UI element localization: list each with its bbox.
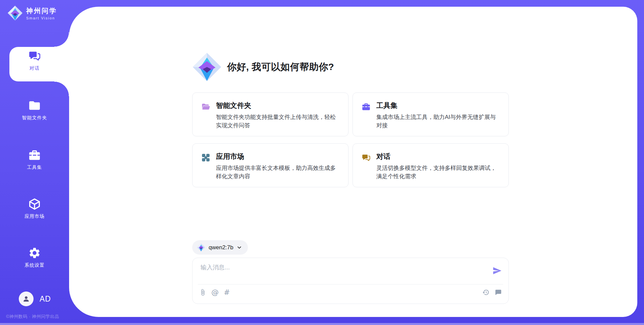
gear-icon [28, 247, 41, 259]
card-title: 工具集 [376, 101, 397, 110]
sidebar-item-label: 系统设置 [24, 262, 45, 268]
card-title: 对话 [376, 152, 390, 161]
card-title: 智能文件夹 [216, 101, 251, 110]
model-selector[interactable]: qwen2:7b [192, 240, 248, 255]
card-description: 应用市场提供丰富长文本模板，助力高效生成多样化文章内容 [216, 164, 341, 181]
history-button[interactable] [482, 289, 489, 296]
attach-file-button[interactable] [199, 289, 206, 296]
sidebar-item-label: 对话 [30, 65, 40, 71]
message-input[interactable] [201, 263, 486, 282]
main-panel: 你好, 我可以如何帮助你? 智能文件夹 智能文件夹功能支持批量文件上传与清洗，轻… [69, 7, 637, 317]
content-column: 你好, 我可以如何帮助你? 智能文件夹 智能文件夹功能支持批量文件上传与清洗，轻… [192, 7, 509, 317]
card-description: 灵活切换多模型文件，支持多样回复效果调试，满足个性化需求 [376, 164, 501, 181]
greeting-text: 你好, 我可以如何帮助你? [227, 61, 334, 73]
person-icon [22, 295, 31, 303]
avatar [19, 291, 34, 306]
brand-subtitle: Smart Vision [26, 16, 57, 20]
sidebar: 神州问学 Smart Vision 对话 智能文件夹 工具集 应用市场 [0, 0, 69, 325]
mention-button[interactable]: @ [211, 289, 219, 296]
horizontal-scrollbar[interactable] [0, 323, 644, 325]
sidebar-item-label: 智能文件夹 [22, 115, 47, 121]
paperclip-icon [199, 289, 206, 296]
card-description: 集成市场上主流工具，助力AI与外界无缝扩展与对接 [376, 113, 501, 130]
chevron-down-icon [237, 245, 242, 250]
composer-tools-left: @ # [199, 289, 230, 296]
card-toolset[interactable]: 工具集 集成市场上主流工具，助力AI与外界无缝扩展与对接 [353, 92, 509, 136]
card-app-market[interactable]: 应用市场 应用市场提供丰富长文本模板，助力高效生成多样化文章内容 [192, 143, 348, 187]
chat-icon [362, 153, 371, 162]
topic-button[interactable]: # [224, 289, 230, 296]
sidebar-item-chat[interactable]: 对话 [0, 50, 69, 71]
card-title: 应用市场 [216, 152, 244, 161]
card-chat[interactable]: 对话 灵活切换多模型文件，支持多样回复效果调试，满足个性化需求 [353, 143, 509, 187]
sidebar-item-settings[interactable]: 系统设置 [0, 247, 69, 268]
send-icon [492, 266, 502, 275]
toolbox-icon [362, 102, 371, 111]
toolbox-icon [28, 149, 41, 161]
conversation-button[interactable] [495, 289, 502, 296]
user-name: AD [40, 295, 51, 304]
sidebar-item-toolset[interactable]: 工具集 [0, 149, 69, 171]
message-composer: @ # [192, 258, 509, 304]
chat-icon [28, 50, 41, 62]
composer-tools-right [482, 289, 502, 296]
greeting-gem-icon [192, 52, 222, 82]
card-description: 智能文件夹功能支持批量文件上传与清洗，轻松实现文件问答 [216, 113, 341, 130]
sidebar-item-app-market[interactable]: 应用市场 [0, 198, 69, 219]
brand-gem-icon [7, 5, 23, 21]
folder-icon [28, 99, 41, 112]
copyright-text: ©神州数码 · 神州问学出品 [6, 314, 59, 320]
sidebar-item-label: 应用市场 [24, 213, 45, 219]
history-icon [482, 289, 489, 296]
folder-open-icon [201, 102, 210, 111]
model-gem-icon [197, 243, 205, 252]
composer-divider [198, 284, 503, 284]
card-smart-folder[interactable]: 智能文件夹 智能文件夹功能支持批量文件上传与清洗，轻松实现文件问答 [192, 92, 348, 136]
sidebar-item-smart-folder[interactable]: 智能文件夹 [0, 99, 69, 121]
hash-icon: # [224, 289, 230, 296]
cube-icon [28, 198, 41, 210]
chat-bubble-icon [495, 289, 502, 296]
send-button[interactable] [492, 266, 502, 275]
brand-name: 神州问学 [26, 6, 57, 15]
brand-logo: 神州问学 Smart Vision [7, 5, 57, 21]
greeting: 你好, 我可以如何帮助你? [192, 52, 334, 82]
user-account[interactable]: AD [19, 291, 51, 306]
sidebar-item-label: 工具集 [27, 165, 42, 171]
app-grid-icon [201, 153, 210, 162]
model-name: qwen2:7b [209, 244, 233, 251]
at-icon: @ [211, 289, 219, 296]
